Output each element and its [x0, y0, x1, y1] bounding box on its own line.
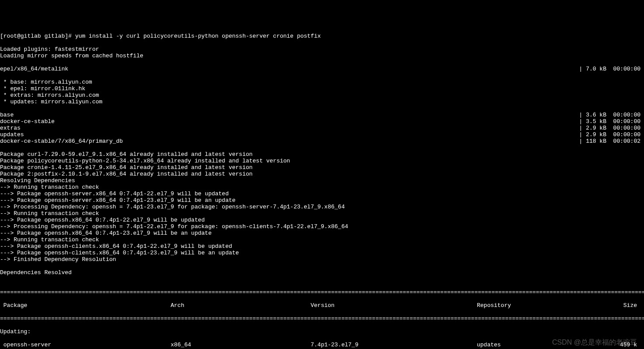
col-version: Version	[311, 302, 477, 309]
terminal-line: Loading mirror speeds from cached hostfi…	[0, 53, 644, 59]
watermark: CSDN @总是幸福的老豌豆	[552, 339, 637, 345]
terminal-line: base| 3.6 kB 00:00:00	[0, 112, 644, 118]
terminal-line: ---> Package openssh-server.x86_64 0:7.4…	[0, 197, 644, 204]
terminal-line: * extras: mirrors.aliyun.com	[0, 92, 644, 99]
terminal-line: Resolving Dependencies	[0, 177, 644, 184]
line-right: | 7.0 kB 00:00:00	[579, 66, 644, 72]
terminal-line: --> Finished Dependency Resolution	[0, 256, 644, 263]
terminal-line	[0, 263, 644, 269]
line-right: | 3.5 kB 00:00:00	[579, 118, 644, 125]
terminal-line: Loaded plugins: fastestmirror	[0, 46, 644, 53]
terminal-line: docker-ce-stable| 3.5 kB 00:00:00	[0, 118, 644, 125]
repo-lines-2: base| 3.6 kB 00:00:00docker-ce-stable| 3…	[0, 112, 644, 145]
line-left: base	[0, 112, 14, 118]
cell-pkg: openssh-server	[0, 342, 171, 348]
terminal-line: Package 2:postfix-2.10.1-9.el7.x86_64 al…	[0, 171, 644, 177]
line-right: | 2.9 kB 00:00:00	[579, 131, 644, 138]
terminal-line: * epel: mirror.01link.hk	[0, 85, 644, 92]
table-row: openssh-serverx86_647.4p1-23.el7_9update…	[0, 342, 644, 348]
terminal-line: ---> Package openssh.x86_64 0:7.4p1-23.e…	[0, 230, 644, 236]
terminal-line: * updates: mirrors.aliyun.com	[0, 99, 644, 105]
line-left: docker-ce-stable	[0, 118, 55, 125]
terminal[interactable]: [root@gitlab gitlab]# yum install -y cur…	[0, 26, 644, 349]
terminal-line: --> Processing Dependency: openssh = 7.4…	[0, 223, 644, 230]
cell-arch: x86_64	[171, 342, 311, 348]
line-left: updates	[0, 131, 24, 138]
terminal-line: epel/x86_64/metalink| 7.0 kB 00:00:00	[0, 66, 644, 72]
terminal-line: --> Running transaction check	[0, 210, 644, 217]
mirror-lines: * base: mirrors.aliyun.com * epel: mirro…	[0, 79, 644, 105]
prompt-line: [root@gitlab gitlab]# yum install -y cur…	[0, 33, 644, 39]
line-right: | 118 kB 00:00:02	[579, 138, 644, 145]
table-header: Package Arch Version Repository Size	[0, 302, 644, 309]
col-arch: Arch	[171, 302, 311, 309]
terminal-line: --> Running transaction check	[0, 236, 644, 243]
terminal-line: ---> Package openssh-clients.x86_64 0:7.…	[0, 243, 644, 250]
terminal-line: ---> Package openssh-clients.x86_64 0:7.…	[0, 250, 644, 256]
col-size: Size	[617, 302, 644, 309]
line-left: epel/x86_64/metalink	[0, 66, 68, 72]
line-left: docker-ce-stable/7/x86_64/primary_db	[0, 138, 123, 145]
terminal-line: updates| 2.9 kB 00:00:00	[0, 131, 644, 138]
terminal-line: Package curl-7.29.0-59.el7_9.1.x86_64 al…	[0, 151, 644, 158]
section-updating: Updating:	[0, 328, 644, 335]
terminal-line: Package cronie-1.4.11-25.el7_9.x86_64 al…	[0, 164, 644, 171]
line-left: extras	[0, 125, 21, 131]
dependency-lines: Package curl-7.29.0-59.el7_9.1.x86_64 al…	[0, 151, 644, 282]
terminal-line: Dependencies Resolved	[0, 269, 644, 276]
terminal-line: Package policycoreutils-python-2.5-34.el…	[0, 158, 644, 164]
terminal-line	[0, 276, 644, 282]
terminal-line: --> Running transaction check	[0, 184, 644, 190]
ruler-mid: ========================================…	[0, 315, 644, 322]
col-package: Package	[0, 302, 171, 309]
cell-ver: 7.4p1-23.el7_9	[311, 342, 477, 348]
terminal-line: * base: mirrors.aliyun.com	[0, 79, 644, 85]
repo-lines: epel/x86_64/metalink| 7.0 kB 00:00:00	[0, 66, 644, 72]
terminal-line: docker-ce-stable/7/x86_64/primary_db| 11…	[0, 138, 644, 145]
line-right: | 2.9 kB 00:00:00	[579, 125, 644, 131]
terminal-line: ---> Package openssh-server.x86_64 0:7.4…	[0, 190, 644, 197]
col-repository: Repository	[477, 302, 617, 309]
package-rows-updating: openssh-serverx86_647.4p1-23.el7_9update…	[0, 342, 644, 348]
terminal-line: --> Processing Dependency: openssh = 7.4…	[0, 204, 644, 210]
ruler-top: ========================================…	[0, 289, 644, 296]
line-right: | 3.6 kB 00:00:00	[579, 112, 644, 118]
terminal-line: ---> Package openssh.x86_64 0:7.4p1-22.e…	[0, 217, 644, 223]
plugin-lines: Loaded plugins: fastestmirrorLoading mir…	[0, 46, 644, 59]
terminal-line: extras| 2.9 kB 00:00:00	[0, 125, 644, 131]
